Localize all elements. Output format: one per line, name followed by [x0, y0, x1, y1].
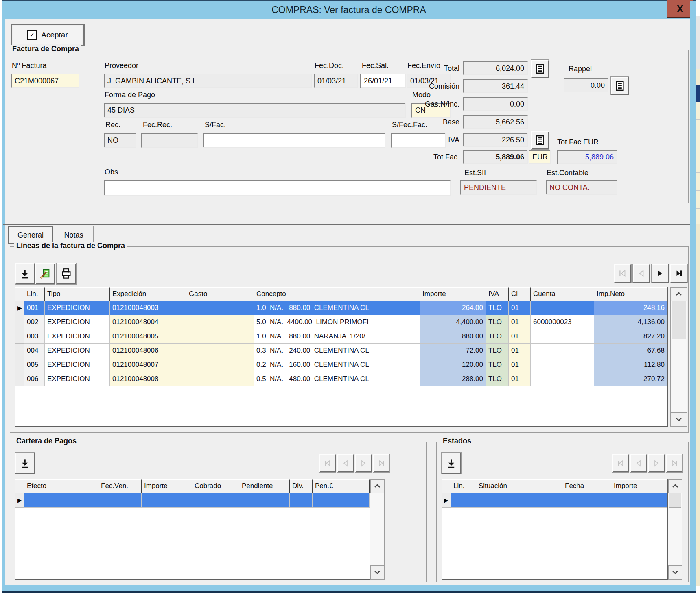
- obs-field[interactable]: [104, 180, 451, 196]
- cell-importe[interactable]: [142, 493, 192, 508]
- cell-cuenta[interactable]: [531, 344, 594, 358]
- cell-iva[interactable]: TLO: [486, 315, 509, 329]
- iva-detail-button[interactable]: [531, 131, 549, 149]
- lines-nav-next-button[interactable]: [652, 264, 669, 283]
- scroll-up-button[interactable]: [668, 479, 682, 493]
- cell-cl[interactable]: 01: [509, 301, 531, 315]
- cell-lin[interactable]: 005: [24, 358, 45, 372]
- cell-importe[interactable]: 264.00: [420, 301, 486, 315]
- states-nav-prev-button[interactable]: [630, 454, 647, 472]
- cell-fecha[interactable]: [562, 493, 611, 508]
- payments-export-button[interactable]: [15, 453, 35, 474]
- cell-situacion[interactable]: [476, 493, 562, 508]
- lines-edit-button[interactable]: [35, 263, 55, 284]
- cell-cuenta[interactable]: [531, 358, 594, 372]
- cell-cl[interactable]: 01: [509, 329, 531, 344]
- rappel-detail-button[interactable]: [611, 77, 629, 95]
- cell-tipo[interactable]: EXPEDICION: [45, 315, 110, 329]
- payments-nav-prev-button[interactable]: [337, 454, 354, 472]
- cell-imp-neto[interactable]: 67.68: [594, 344, 667, 358]
- lines-print-button[interactable]: [57, 263, 76, 284]
- lines-nav-first-button[interactable]: [614, 264, 631, 283]
- cell-cl[interactable]: 01: [509, 315, 531, 329]
- cell-tipo[interactable]: EXPEDICION: [45, 372, 110, 386]
- states-nav-last-button[interactable]: [666, 454, 682, 472]
- cell-concepto[interactable]: 0.3 N/A. 240.00 CLEMENTINA CL: [254, 344, 420, 358]
- cell-concepto[interactable]: 0.2 N/A. 160.00 CLEMENTINA CL: [254, 358, 420, 372]
- cell-gasto[interactable]: [186, 344, 254, 358]
- cell-iva[interactable]: TLO: [486, 358, 509, 372]
- cell-cuenta[interactable]: 6000000023: [531, 315, 594, 329]
- cell-cl[interactable]: 01: [509, 344, 531, 358]
- cell-gasto[interactable]: [186, 301, 254, 315]
- cell-importe[interactable]: [611, 493, 667, 508]
- cell-concepto[interactable]: 5.0 N/A. 4400.00 LIMON PRIMOFI: [254, 315, 420, 329]
- cell-lin[interactable]: [451, 493, 476, 508]
- cell-expedicion[interactable]: 012100048008: [110, 372, 186, 386]
- cell-tipo[interactable]: EXPEDICION: [45, 301, 110, 315]
- cell-fec-ven[interactable]: [98, 493, 142, 508]
- close-button[interactable]: X: [667, 0, 693, 18]
- s-fac-field[interactable]: [203, 133, 385, 148]
- cell-tipo[interactable]: EXPEDICION: [45, 344, 110, 358]
- cell-tipo[interactable]: EXPEDICION: [45, 329, 110, 344]
- cell-lin[interactable]: 004: [24, 344, 45, 358]
- cell-gasto[interactable]: [186, 315, 254, 329]
- lines-nav-prev-button[interactable]: [633, 264, 650, 283]
- scroll-thumb[interactable]: [669, 493, 681, 508]
- cell-concepto[interactable]: 1.0 N/A. 880.00 CLEMENTINA CL: [254, 301, 420, 315]
- cell-imp-neto[interactable]: 248.16: [594, 301, 667, 315]
- cell-expedicion[interactable]: 012100048004: [110, 315, 186, 329]
- lines-nav-last-button[interactable]: [670, 264, 687, 283]
- cell-expedicion[interactable]: 012100048005: [110, 329, 186, 344]
- cell-iva[interactable]: TLO: [486, 372, 509, 386]
- cell-iva[interactable]: TLO: [486, 344, 509, 358]
- cell-div[interactable]: [290, 493, 313, 508]
- payments-scrollbar[interactable]: [370, 479, 385, 580]
- states-nav-first-button[interactable]: [612, 454, 629, 472]
- cell-importe[interactable]: 4,400.00: [420, 315, 486, 329]
- cell-concepto[interactable]: 1.0 N/A. 880.00 NARANJA 1/20/: [254, 329, 420, 344]
- states-export-button[interactable]: [442, 453, 461, 474]
- cell-iva[interactable]: TLO: [486, 329, 509, 344]
- states-nav-next-button[interactable]: [648, 454, 665, 472]
- cell-importe[interactable]: 880.00: [420, 329, 486, 344]
- cell-gasto[interactable]: [186, 372, 254, 386]
- cell-cuenta[interactable]: [531, 329, 594, 344]
- scroll-down-button[interactable]: [370, 565, 384, 579]
- payments-nav-last-button[interactable]: [373, 454, 389, 472]
- scroll-down-button[interactable]: [671, 412, 687, 426]
- cell-cobrado[interactable]: [192, 493, 239, 508]
- cell-pendiente[interactable]: [239, 493, 290, 508]
- cell-concepto[interactable]: 0.5 N/A. 480.00 CLEMENTINA CL: [254, 372, 420, 386]
- cell-imp-neto[interactable]: 270.72: [594, 372, 667, 386]
- cell-cuenta[interactable]: [531, 372, 594, 386]
- cell-expedicion[interactable]: 012100048007: [110, 358, 186, 372]
- cell-imp-neto[interactable]: 4,136.00: [594, 315, 667, 329]
- states-scrollbar[interactable]: [668, 479, 682, 580]
- cell-lin[interactable]: 006: [24, 372, 45, 386]
- lines-export-button[interactable]: [15, 263, 35, 284]
- cell-cuenta[interactable]: [531, 301, 594, 315]
- scroll-thumb[interactable]: [672, 301, 686, 339]
- payments-nav-next-button[interactable]: [355, 454, 372, 472]
- cell-expedicion[interactable]: 012100048003: [110, 301, 186, 315]
- cell-imp-neto[interactable]: 827.20: [594, 329, 667, 344]
- cell-imp-neto[interactable]: 112.80: [594, 358, 667, 372]
- cell-iva[interactable]: TLO: [486, 301, 509, 315]
- cell-gasto[interactable]: [186, 329, 254, 344]
- cell-efecto[interactable]: [24, 493, 98, 508]
- total-detail-button[interactable]: [531, 60, 549, 78]
- cell-cl[interactable]: 01: [509, 358, 531, 372]
- num-factura-field[interactable]: C21M000067: [11, 74, 79, 88]
- accept-button[interactable]: ✓ Aceptar: [11, 24, 85, 46]
- payments-nav-first-button[interactable]: [319, 454, 336, 472]
- scroll-down-button[interactable]: [668, 565, 682, 579]
- scroll-up-button[interactable]: [370, 479, 384, 493]
- cell-importe[interactable]: 288.00: [420, 372, 486, 386]
- cell-gasto[interactable]: [186, 358, 254, 372]
- cell-importe[interactable]: 120.00: [420, 358, 486, 372]
- cell-tipo[interactable]: EXPEDICION: [45, 358, 110, 372]
- lines-scrollbar[interactable]: [670, 287, 687, 427]
- scroll-up-button[interactable]: [671, 287, 687, 301]
